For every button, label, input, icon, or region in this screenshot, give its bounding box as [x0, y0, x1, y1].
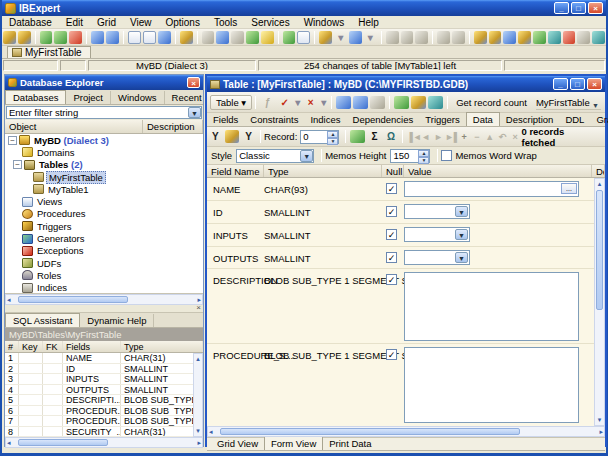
- assistant-column-header[interactable]: # Key FK Fields Type: [5, 341, 203, 353]
- tree-item-domains[interactable]: Domains: [5, 146, 203, 158]
- chevron-down-icon[interactable]: ▼: [300, 150, 313, 162]
- new-generator-icon[interactable]: [548, 31, 561, 44]
- tab-windows[interactable]: Windows: [111, 91, 165, 104]
- tab-data[interactable]: Data: [466, 112, 500, 126]
- form-hscrollbar[interactable]: ◂ ▸: [207, 426, 605, 437]
- search-in-database-icon[interactable]: [202, 31, 215, 44]
- record-spinner[interactable]: ▲▼: [300, 130, 339, 144]
- new-table-icon[interactable]: [489, 31, 502, 44]
- table-selector-combo[interactable]: MyFirstTable ▼: [536, 95, 601, 110]
- sql-editor-icon[interactable]: [143, 31, 156, 44]
- inputs-value-combo[interactable]: ▼: [404, 227, 470, 242]
- next-record-icon[interactable]: ►: [432, 132, 445, 142]
- chevron-down-icon[interactable]: ▼: [455, 252, 468, 263]
- tree-item-roles[interactable]: Roles: [5, 269, 203, 281]
- duplicate-window-icon[interactable]: [353, 96, 368, 109]
- paste-icon[interactable]: [415, 31, 428, 44]
- field-row[interactable]: 4OUTPUTSSMALLINT: [5, 385, 203, 396]
- outputs-value-combo[interactable]: ▼: [404, 250, 470, 265]
- grant-manager-icon[interactable]: [283, 31, 296, 44]
- menu-edit[interactable]: Edit: [59, 16, 90, 29]
- menu-grid[interactable]: Grid: [90, 16, 123, 29]
- reconnect-icon[interactable]: [54, 31, 67, 44]
- open-file-icon[interactable]: [319, 31, 332, 44]
- menu-database[interactable]: Database: [2, 16, 59, 29]
- tree-item-mybd[interactable]: − MyBD (Dialect 3): [5, 134, 203, 146]
- field-row[interactable]: 1NAMECHAR(31): [5, 353, 203, 364]
- cut-icon[interactable]: [386, 31, 399, 44]
- edit-record-icon[interactable]: ▲: [483, 132, 496, 142]
- id-value-combo[interactable]: ▼: [404, 204, 470, 219]
- scroll-thumb[interactable]: [220, 428, 520, 435]
- panel-splitter[interactable]: ×: [5, 305, 203, 313]
- tree-item-udfs[interactable]: UDFs: [5, 257, 203, 269]
- column-type[interactable]: Type: [264, 165, 382, 177]
- null-checkbox[interactable]: ✓: [386, 252, 397, 263]
- description-memo[interactable]: [404, 272, 579, 341]
- tab-constraints[interactable]: Constraints: [244, 113, 304, 126]
- scroll-right-icon[interactable]: ▸: [197, 439, 201, 447]
- new-window-icon[interactable]: [336, 96, 351, 109]
- print-metadata-icon[interactable]: [231, 31, 244, 44]
- report-manager-icon[interactable]: [297, 31, 310, 44]
- spin-down-icon[interactable]: ▼: [327, 138, 338, 145]
- find-icon[interactable]: [437, 31, 450, 44]
- scroll-left-icon[interactable]: ◂: [7, 439, 11, 447]
- spin-up-icon[interactable]: ▲: [327, 131, 338, 138]
- tab-project[interactable]: Project: [66, 91, 111, 104]
- name-value-input[interactable]: ...: [404, 181, 579, 197]
- new-role-icon[interactable]: [592, 31, 605, 44]
- null-checkbox[interactable]: ✓: [386, 183, 397, 194]
- tab-grants[interactable]: Grants: [590, 113, 608, 126]
- menu-help[interactable]: Help: [351, 16, 386, 29]
- menu-tools[interactable]: Tools: [207, 16, 244, 29]
- menu-options[interactable]: Options: [158, 16, 206, 29]
- new-exception-icon[interactable]: [563, 31, 576, 44]
- chevron-down-icon[interactable]: ▼: [455, 206, 468, 217]
- tree-item-myfirsttable[interactable]: MyFirstTable: [5, 171, 203, 183]
- assistant-hscrollbar[interactable]: ◂ ▸: [5, 437, 203, 448]
- tree-item-exceptions[interactable]: Exceptions: [5, 245, 203, 257]
- save-icon[interactable]: [349, 31, 362, 44]
- script-executive-icon[interactable]: [180, 31, 193, 44]
- null-checkbox[interactable]: ✓: [386, 349, 397, 360]
- new-domain-icon[interactable]: [474, 31, 487, 44]
- form-vscrollbar[interactable]: ▴ ▾: [594, 178, 605, 426]
- tree-hscrollbar[interactable]: ◂ ▸: [5, 294, 203, 305]
- form-grid-header[interactable]: Field Name Type Null Value Description: [207, 165, 605, 178]
- query-builder-icon[interactable]: [158, 31, 171, 44]
- tab-ddl[interactable]: DDL: [559, 113, 590, 126]
- compile-icon[interactable]: [394, 96, 409, 109]
- maximize-button[interactable]: □: [571, 2, 586, 14]
- tab-dynamic-help[interactable]: Dynamic Help: [80, 314, 154, 327]
- rollback-dropdown-icon[interactable]: ▾: [320, 96, 327, 109]
- field-row[interactable]: 8SECURITY_...CHAR(31): [5, 427, 203, 438]
- null-checkbox[interactable]: ✓: [386, 274, 397, 285]
- tree-item-tables[interactable]: − Tables (2): [5, 159, 203, 171]
- minimize-button[interactable]: _: [554, 2, 569, 14]
- task-tab-myfirsttable[interactable]: MyFirstTable: [7, 46, 91, 58]
- extract-metadata-icon[interactable]: [216, 31, 229, 44]
- tree-item-triggers[interactable]: Triggers: [5, 220, 203, 232]
- scroll-thumb[interactable]: [18, 439, 108, 446]
- spin-up-icon[interactable]: ▲: [418, 150, 429, 157]
- edit-icon[interactable]: [411, 96, 426, 109]
- user-manager-icon[interactable]: [261, 31, 274, 44]
- drop-database-icon[interactable]: [106, 31, 119, 44]
- filter-dropdown-icon[interactable]: ▼: [188, 107, 201, 118]
- filter-input[interactable]: [6, 106, 202, 119]
- delete-record-icon[interactable]: −: [471, 132, 484, 142]
- explorer-titlebar[interactable]: Database Explorer ×: [5, 75, 203, 90]
- scroll-up-icon[interactable]: ▴: [595, 180, 604, 188]
- field-row[interactable]: 2IDSMALLINT: [5, 364, 203, 375]
- prepare-icon[interactable]: ƒ: [260, 96, 275, 109]
- column-object[interactable]: Object: [5, 120, 143, 133]
- disconnect-database-icon[interactable]: [69, 31, 82, 44]
- explorer-close-button[interactable]: ×: [187, 77, 200, 88]
- tab-databases[interactable]: Databases: [5, 90, 66, 104]
- scroll-thumb[interactable]: [18, 296, 128, 303]
- new-trigger-icon[interactable]: [533, 31, 546, 44]
- style-combo[interactable]: ▼: [236, 149, 314, 163]
- scroll-right-icon[interactable]: ▸: [599, 428, 603, 436]
- register-database-icon[interactable]: [3, 31, 16, 44]
